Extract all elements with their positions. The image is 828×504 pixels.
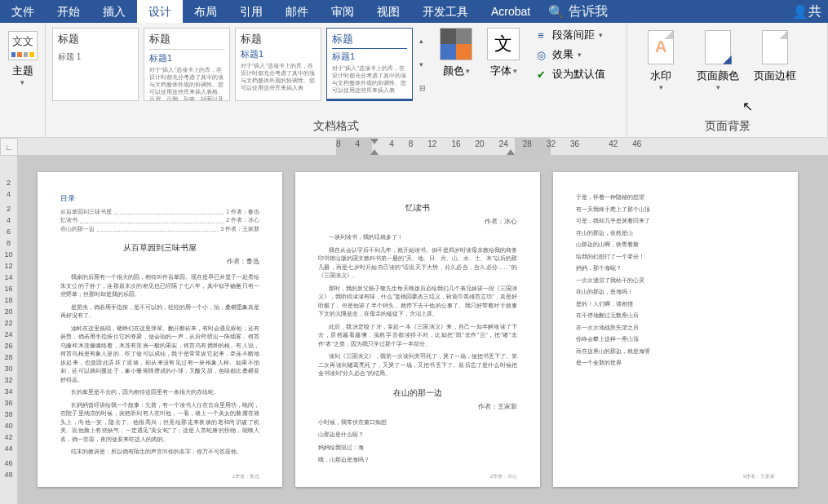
page-1[interactable]: 目录 从百草园到三味书屋1 作者：鲁迅 忆读书2 作者：冰心 在山的那一边3 作… xyxy=(38,172,282,487)
tab-file[interactable]: 文件 xyxy=(0,0,46,23)
colors-button[interactable]: 颜色▾ xyxy=(436,26,476,78)
fonts-icon: 文 xyxy=(487,28,520,60)
watermark-icon: A xyxy=(648,30,674,64)
style-card-2[interactable]: 标题 标题1 对于"插入"选项卡上的库，在设计时都充分考虑了其中的项与文档整体外… xyxy=(235,28,321,101)
doc-format-group: 标题 标题 1 标题 标题1 对于"插入"选项卡上的库，在设计时都充分考虑了其中… xyxy=(46,23,627,137)
tab-devtools[interactable]: 开发工具 xyxy=(411,0,480,23)
gallery-up-icon[interactable]: ▴ xyxy=(419,37,426,45)
tab-insert[interactable]: 插入 xyxy=(91,0,137,23)
page-color-icon: ◢ xyxy=(705,30,731,64)
page-border-icon xyxy=(762,30,788,64)
right-indent[interactable] xyxy=(507,149,515,155)
horizontal-ruler[interactable]: 84 4812 162024 283236 4246 xyxy=(18,138,828,155)
article-title: 从百草园到三味书屋 xyxy=(60,241,259,254)
tab-acrobat[interactable]: Acrobat xyxy=(480,0,542,23)
tab-view[interactable]: 视图 xyxy=(365,0,411,23)
document-area: 24 246 81012 141618 202224 262830 323436… xyxy=(0,156,828,504)
tab-home[interactable]: 开始 xyxy=(46,0,91,23)
set-default-button[interactable]: ✔ 设为默认值 xyxy=(534,67,605,82)
tab-design[interactable]: 设计 xyxy=(137,0,183,23)
vertical-ruler[interactable]: 24 246 81012 141618 202224 262830 323436… xyxy=(0,156,18,504)
themes-group: 文文 主题 ▾ xyxy=(0,23,46,137)
paragraph-spacing-button[interactable]: ≡ 段落间距 ▾ xyxy=(534,28,605,42)
article-author: 作者：鲁迅 xyxy=(60,257,259,267)
chevron-down-icon: ▾ xyxy=(578,51,582,59)
page-border-button[interactable]: 页面边框 xyxy=(746,26,804,83)
article-author-2: 作者：王家新 xyxy=(318,402,517,412)
first-line-indent[interactable] xyxy=(370,139,379,144)
page-3[interactable]: 于是，怀着一种隐秘的想望 有一天我终于爬上了那个山顶 可是，我却几乎是哭着回来了… xyxy=(553,172,798,487)
format-options: ≡ 段落间距 ▾ ◎ 效果 ▾ ✔ 设为默认值 xyxy=(530,26,609,82)
para-spacing-icon: ≡ xyxy=(534,29,548,42)
gallery-more-icon[interactable]: ⊟ xyxy=(419,84,426,92)
gallery-scroll[interactable]: ▴ ▾ ⊟ xyxy=(418,28,427,101)
page-footer: 2作者：冰心 xyxy=(490,473,517,480)
pages-container[interactable]: 目录 从百草园到三味书屋1 作者：鲁迅 忆读书2 作者：冰心 在山的那一边3 作… xyxy=(18,156,828,504)
style-gallery[interactable]: 标题 标题 1 标题 标题1 对于"插入"选项卡上的库，在设计时都充分考虑了其中… xyxy=(51,26,429,103)
article-title-2: 在山的那一边 xyxy=(318,387,517,399)
check-icon: ✔ xyxy=(534,69,548,81)
gallery-down-icon[interactable]: ▾ xyxy=(419,60,426,69)
tab-layout[interactable]: 布局 xyxy=(183,0,228,23)
tell-me-label: 告诉我 xyxy=(569,3,608,20)
share-label: 共 xyxy=(808,3,821,20)
chevron-down-icon: ▾ xyxy=(599,31,603,39)
article-author: 作者：冰心 xyxy=(318,217,517,227)
themes-button[interactable]: 文文 主题 ▾ xyxy=(5,26,40,86)
tab-mail[interactable]: 邮件 xyxy=(274,0,320,23)
ruler-horizontal-row: ∟ 84 4812 162024 283236 4246 xyxy=(0,138,828,156)
chevron-down-icon: ▾ xyxy=(20,78,24,86)
hanging-indent[interactable] xyxy=(370,149,379,155)
chevron-down-icon: ▾ xyxy=(513,67,517,75)
menu-bar: 文件 开始 插入 设计 布局 引用 邮件 审阅 视图 开发工具 Acrobat … xyxy=(0,0,828,23)
tell-me-search[interactable]: 🔍 告诉我 xyxy=(548,3,608,20)
ribbon: 文文 主题 ▾ 标题 标题 1 标题 标题1 对于"插入"选项卡上的库，在设计时… xyxy=(0,23,828,138)
colors-icon xyxy=(440,28,472,60)
chevron-down-icon: ▾ xyxy=(466,67,470,75)
cursor-icon: ↖ xyxy=(742,99,753,114)
page-2[interactable]: 忆读书 作者：冰心 一谈到读书，我的话就多了！ 我自从会认字后不到几年，就开始读… xyxy=(295,172,540,487)
page-bg-group: A 水印 ▾ ◢ 页面颜色 ▾ 页面边框 页面背景 xyxy=(627,23,828,137)
page-footer: 1作者：鲁迅 xyxy=(232,473,259,480)
fonts-button[interactable]: 文 字体▾ xyxy=(483,26,524,78)
effects-button[interactable]: ◎ 效果 ▾ xyxy=(534,47,605,62)
style-card-3[interactable]: 标题 标题1 对于"插入"选项卡上的库，在设计时都充分考虑了其中的项与文档整体外… xyxy=(326,28,413,101)
ruler-marks: 84 4812 162024 283236 4246 xyxy=(336,139,641,148)
page-color-button[interactable]: ◢ 页面颜色 ▾ xyxy=(689,26,746,91)
page-bg-label: 页面背景 xyxy=(632,116,822,135)
search-icon: 🔍 xyxy=(548,4,565,20)
themes-caption: 主题 xyxy=(12,64,33,78)
toc-heading: 目录 xyxy=(60,193,259,205)
watermark-button[interactable]: A 水印 ▾ xyxy=(632,26,689,91)
style-card-1[interactable]: 标题 标题1 对于"插入"选项卡上的库，在设计时都充分考虑了其中的项与文档整体外… xyxy=(144,28,230,101)
tab-references[interactable]: 引用 xyxy=(228,0,274,23)
share-icon: 👤 xyxy=(792,4,808,20)
tab-selector[interactable]: ∟ xyxy=(0,138,18,156)
doc-format-label: 文档格式 xyxy=(51,116,622,135)
tab-review[interactable]: 审阅 xyxy=(320,0,365,23)
page-footer: 3作者：王家新 xyxy=(743,473,775,480)
share-button[interactable]: 👤 共 xyxy=(786,3,828,20)
article-title: 忆读书 xyxy=(318,201,517,214)
effects-icon: ◎ xyxy=(534,49,548,61)
chevron-down-icon: ▾ xyxy=(716,83,720,91)
style-card-0[interactable]: 标题 标题 1 xyxy=(52,28,139,101)
themes-icon: 文文 xyxy=(8,31,38,60)
chevron-down-icon: ▾ xyxy=(659,83,663,91)
